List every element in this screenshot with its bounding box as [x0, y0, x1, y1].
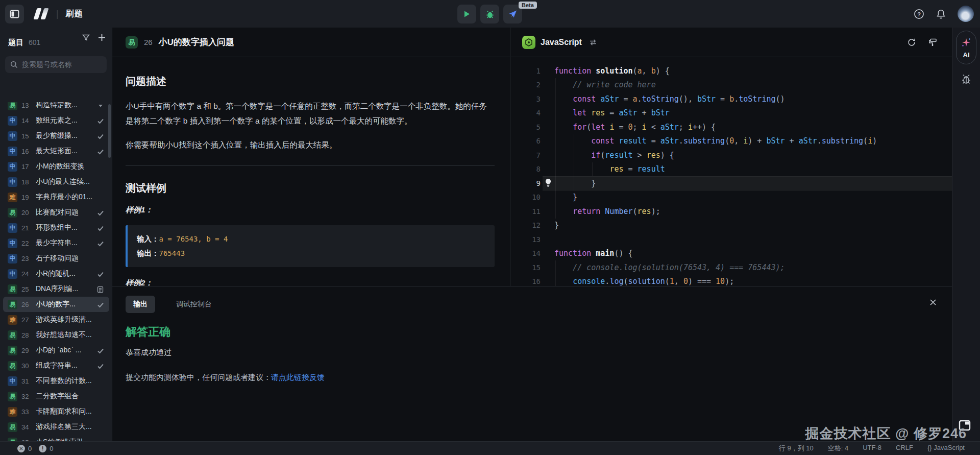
problem-list-item[interactable]: 中24小R的随机...: [3, 266, 109, 281]
problem-list-item[interactable]: 中14数组元素之...: [3, 113, 109, 128]
format-code-icon[interactable]: [928, 38, 938, 47]
code-line[interactable]: 1function solution(a, b) {: [511, 64, 952, 78]
difficulty-badge: 易: [8, 392, 17, 401]
search-input[interactable]: 搜索题号或名称: [5, 56, 107, 73]
user-avatar[interactable]: [958, 6, 974, 22]
problem-list-item[interactable]: 中22最少字符串...: [3, 235, 109, 251]
watermark: 掘金技术社区 @ 修罗246: [805, 424, 967, 443]
line-number: 15: [511, 264, 541, 272]
sample2-label: 样例2：: [126, 278, 495, 286]
encoding-setting[interactable]: UTF-8: [863, 444, 881, 453]
problem-list-item[interactable]: 中21环形数组中...: [3, 220, 109, 235]
problem-list-item[interactable]: 中18小U的最大连续...: [3, 174, 109, 189]
code-line[interactable]: 4 let res = aStr + bStr: [511, 106, 952, 121]
solved-check-icon: [96, 117, 104, 125]
code-text: console.log(solution(1, 0) === 10);: [554, 277, 734, 286]
problem-list-item[interactable]: 难27游戏英雄升级潜...: [3, 312, 109, 327]
problem-title: 小R的随机...: [36, 269, 76, 278]
problem-list-item[interactable]: 易32二分数字组合: [3, 389, 109, 404]
problem-list-item[interactable]: 中23石子移动问题: [3, 251, 109, 266]
indent-guide: [555, 120, 556, 134]
problem-list-item[interactable]: 中15最少前缀操...: [3, 128, 109, 143]
difficulty-badge: 易: [8, 330, 17, 340]
sidebar-toggle-button[interactable]: [5, 5, 24, 23]
code-line[interactable]: 10 }: [511, 190, 952, 205]
problem-list-item[interactable]: 易25DNA序列编...: [3, 281, 109, 297]
indent-guide: [555, 190, 556, 205]
code-line[interactable]: 12}: [511, 219, 952, 233]
close-icon[interactable]: [929, 299, 937, 306]
solved-check-icon: [96, 347, 104, 354]
sample-input-label: 输入：: [137, 235, 159, 243]
cursor-position[interactable]: 行 9，列 10: [779, 444, 814, 453]
code-line[interactable]: 5 for(let i = 0; i < aStr; i++) {: [511, 120, 952, 134]
reset-code-icon[interactable]: [907, 38, 916, 47]
language-mode[interactable]: {} JavaScript: [927, 444, 965, 453]
code-line[interactable]: 7 if(result > res) {: [511, 148, 952, 162]
errors-icon[interactable]: ✕: [17, 445, 25, 452]
debug-rail-icon[interactable]: [961, 74, 972, 85]
code-line[interactable]: 11 return Number(res);: [511, 204, 952, 219]
tab-output[interactable]: 输出: [126, 296, 155, 313]
line-number: 8: [511, 165, 541, 173]
problem-title: 构造特定数...: [36, 102, 78, 110]
code-line[interactable]: 2 // write code here: [511, 78, 952, 92]
feedback-link[interactable]: 请点此链接反馈: [271, 373, 325, 381]
indent-guide: [555, 106, 556, 121]
code-text: if(result > res) {: [554, 151, 674, 160]
problem-list-item[interactable]: 易30组成字符串...: [3, 358, 109, 373]
code-line[interactable]: 6 const result = aStr.substring(0, i) + …: [511, 134, 952, 149]
warnings-icon[interactable]: !: [39, 445, 46, 452]
debug-button[interactable]: [480, 5, 499, 23]
problem-list-item[interactable]: 易34游戏排名第三大...: [3, 419, 109, 435]
lightbulb-icon[interactable]: [545, 178, 552, 187]
ai-assistant-button[interactable]: AI: [956, 31, 976, 64]
problem-list-item[interactable]: 中31不同整数的计数...: [3, 373, 109, 389]
problem-header: 易 26 小U的数字插入问题: [112, 28, 510, 57]
problem-list-item[interactable]: 易20比赛配对问题: [3, 205, 109, 220]
code-text: const aStr = a.toString(), bStr = b.toSt…: [554, 94, 785, 104]
app-logo[interactable]: [35, 8, 47, 19]
code-line[interactable]: 3 const aStr = a.toString(), bStr = b.to…: [511, 92, 952, 106]
problem-list-item[interactable]: 中16最大矩形面...: [3, 143, 109, 159]
run-button[interactable]: [457, 5, 476, 23]
code-line[interactable]: 9 }: [511, 176, 952, 190]
filter-icon[interactable]: [82, 34, 90, 41]
help-button[interactable]: ?: [914, 9, 924, 19]
code-text: let res = aStr + bStr: [554, 108, 670, 117]
sidebar-scrollbar[interactable]: [108, 104, 111, 158]
problem-list-item[interactable]: 易13构造特定数...: [3, 102, 109, 113]
right-rail: AI: [952, 28, 980, 441]
code-line[interactable]: 15 // console.log(solution(76543, 4) ===…: [511, 260, 952, 275]
problem-title: 小D的 `abc` ...: [36, 346, 81, 355]
code-line[interactable]: 16 console.log(solution(1, 0) === 10);: [511, 275, 952, 286]
problem-list-item[interactable]: 易26小U的数字...: [3, 297, 109, 312]
problem-list-item[interactable]: 易28我好想逃却逃不...: [3, 327, 109, 343]
code-line[interactable]: 13: [511, 232, 952, 247]
line-number: 4: [511, 109, 541, 117]
line-number: 5: [511, 123, 541, 131]
problem-list-item[interactable]: 难19字典序最小的01...: [3, 189, 109, 205]
line-number: 9: [511, 179, 541, 187]
code-area[interactable]: 1function solution(a, b) {2 // write cod…: [511, 57, 952, 286]
notifications-bell-button[interactable]: [936, 9, 946, 19]
code-text: // write code here: [554, 80, 656, 89]
indent-guide: [574, 148, 574, 162]
switch-language-icon[interactable]: [589, 39, 597, 46]
code-line[interactable]: 14function main() {: [511, 247, 952, 261]
eol-setting[interactable]: CRLF: [896, 444, 913, 453]
problem-title: 小S的倒排索引: [36, 438, 83, 441]
chevron-down-icon: [96, 102, 104, 109]
code-line[interactable]: 8 res = result: [511, 162, 952, 177]
problem-list-item[interactable]: 易29小D的 `abc` ...: [3, 343, 109, 358]
problem-list-item[interactable]: 难33卡牌翻面求和问...: [3, 404, 109, 419]
problem-panel: 易 26 小U的数字插入问题 问题描述 小U手中有两个数字 a 和 b。第一个数…: [112, 28, 510, 286]
indent-guide: [555, 260, 556, 275]
tab-debug-console[interactable]: 调试控制台: [168, 296, 219, 313]
problem-list-item[interactable]: 易35小S的倒排索引: [3, 435, 109, 441]
problem-list-item[interactable]: 中17小M的数组变换: [3, 159, 109, 174]
difficulty-badge: 中: [8, 254, 17, 264]
difficulty-badge: 易: [8, 102, 17, 110]
indentation-setting[interactable]: 空格: 4: [828, 444, 848, 453]
add-problem-button[interactable]: [98, 34, 106, 41]
